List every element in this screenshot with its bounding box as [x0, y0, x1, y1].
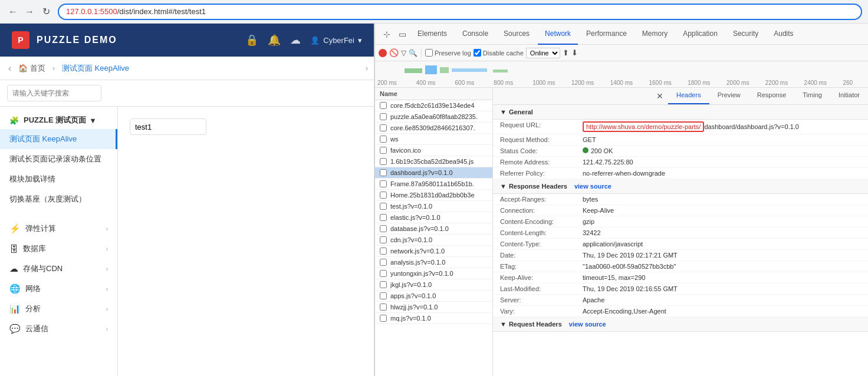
headers-tab-response[interactable]: Response: [749, 88, 795, 104]
record-button[interactable]: [379, 49, 387, 57]
file-checkbox-8[interactable]: [380, 192, 387, 199]
tab-memory[interactable]: Memory: [635, 24, 675, 45]
file-item-6[interactable]: dashboard.js?v=0.1.0: [375, 167, 492, 179]
sidebar-item-module[interactable]: 模块加载详情: [0, 169, 117, 189]
file-item-18[interactable]: hlwzjj.js?v=0.1.0: [375, 302, 492, 313]
reload-button[interactable]: ↻: [39, 5, 53, 19]
file-name-4: favicon.ico: [390, 147, 488, 154]
file-item-8[interactable]: Home.25b1831d0ad2bb0b3e: [375, 190, 492, 201]
file-checkbox-14[interactable]: [380, 259, 387, 266]
import-button[interactable]: ⬆: [563, 48, 569, 57]
file-item-13[interactable]: network.js?v=0.1.0: [375, 246, 492, 257]
request-headers-section-title[interactable]: ▼ Request Headers view source: [493, 317, 868, 332]
file-checkbox-4[interactable]: [380, 147, 387, 154]
sidebar-item-cloud-comm[interactable]: 💬 云通信 ›: [0, 319, 117, 339]
file-checkbox-10[interactable]: [380, 214, 387, 221]
sidebar-item-database[interactable]: 🗄 数据库 ›: [0, 239, 117, 259]
devtools-device-icon[interactable]: ▭: [395, 27, 409, 41]
keep-alive-key: Keep-Alive:: [500, 274, 583, 281]
nav-next-button[interactable]: ›: [366, 64, 368, 72]
throttle-select[interactable]: Online: [526, 48, 560, 58]
tab-audits[interactable]: Audits: [767, 24, 800, 45]
headers-tab-headers[interactable]: Headers: [668, 88, 709, 104]
file-checkbox-12[interactable]: [380, 236, 387, 243]
content-input[interactable]: [130, 118, 206, 135]
tab-performance[interactable]: Performance: [579, 24, 634, 45]
tab-console[interactable]: Console: [455, 24, 495, 45]
tab-application[interactable]: Application: [676, 24, 725, 45]
sidebar-item-scroll[interactable]: 测试长页面记录滚动条位置: [0, 149, 117, 169]
sidebar-search-input[interactable]: [7, 85, 101, 101]
sidebar-item-cdn[interactable]: ☁ 存储与CDN ›: [0, 259, 117, 279]
devtools-cursor-icon[interactable]: ⊹: [380, 27, 394, 41]
sidebar-item-network[interactable]: 🌐 网络 ›: [0, 279, 117, 299]
file-item-15[interactable]: yuntongxin.js?v=0.1.0: [375, 268, 492, 279]
preserve-log-label[interactable]: Preserve log: [425, 49, 471, 57]
file-checkbox-5[interactable]: [380, 158, 387, 165]
file-checkbox-13[interactable]: [380, 248, 387, 255]
file-item-1[interactable]: puzzle.a5a0ea60f8faab28235.: [375, 111, 492, 123]
close-headers-button[interactable]: ✕: [652, 88, 668, 104]
clear-button[interactable]: 🚫: [389, 48, 399, 57]
file-checkbox-16[interactable]: [380, 281, 387, 288]
headers-tab-initiator[interactable]: Initiator: [830, 88, 868, 104]
file-checkbox-19[interactable]: [380, 315, 387, 322]
back-button[interactable]: ←: [6, 5, 20, 19]
file-checkbox-9[interactable]: [380, 203, 387, 210]
file-item-4[interactable]: favicon.ico: [375, 145, 492, 156]
file-item-7[interactable]: Frame.87a958011a1b65b1b.: [375, 179, 492, 190]
breadcrumb-home[interactable]: 🏠 首页: [18, 63, 45, 74]
headers-tab-timing[interactable]: Timing: [794, 88, 830, 104]
file-checkbox-7[interactable]: [380, 180, 387, 187]
filter-button[interactable]: ▽: [401, 49, 406, 57]
headers-tab-preview[interactable]: Preview: [709, 88, 749, 104]
file-checkbox-1[interactable]: [380, 113, 387, 120]
sidebar-item-analysis[interactable]: 📊 分析 ›: [0, 299, 117, 319]
file-item-3[interactable]: ws: [375, 134, 492, 145]
file-item-11[interactable]: database.js?v=0.1.0: [375, 223, 492, 235]
file-checkbox-18[interactable]: [380, 304, 387, 311]
file-item-9[interactable]: test.js?v=0.1.0: [375, 201, 492, 212]
tab-security[interactable]: Security: [726, 24, 765, 45]
file-item-16[interactable]: jkgl.js?v=0.1.0: [375, 279, 492, 291]
file-item-2[interactable]: core.6e85309d28466216307.: [375, 123, 492, 134]
file-name-0: core.f5dcb2c61d39e134ede4: [390, 102, 488, 109]
tab-sources[interactable]: Sources: [497, 24, 537, 45]
file-checkbox-17[interactable]: [380, 292, 387, 299]
forward-button[interactable]: →: [22, 5, 37, 19]
response-headers-section-title[interactable]: ▼ Response Headers view source: [493, 179, 868, 194]
file-item-17[interactable]: apps.js?v=0.1.0: [375, 291, 492, 302]
file-item-14[interactable]: analysis.js?v=0.1.0: [375, 257, 492, 268]
general-section-title[interactable]: ▼ General: [493, 105, 868, 120]
file-item-12[interactable]: cdn.js?v=0.1.0: [375, 235, 492, 246]
export-button[interactable]: ⬇: [571, 48, 578, 57]
sidebar-item-elastic[interactable]: ⚡ 弹性计算 ›: [0, 219, 117, 239]
address-bar[interactable]: 127.0.0.1:5500/dist/index.html#/test/tes…: [58, 4, 862, 20]
view-source-link[interactable]: view source: [574, 183, 611, 190]
file-item-5[interactable]: 1.6b19c35cba52d2bea945.js: [375, 156, 492, 167]
tab-network[interactable]: Network: [538, 24, 578, 45]
file-checkbox-11[interactable]: [380, 225, 387, 232]
file-item-19[interactable]: mq.js?v=0.1.0: [375, 313, 492, 324]
disable-cache-label[interactable]: Disable cache: [474, 49, 524, 57]
file-checkbox-3[interactable]: [380, 136, 387, 143]
file-checkbox-15[interactable]: [380, 270, 387, 277]
main-layout: P PUZZLE DEMO 🔒 🔔 ☁ 👤 CyberFei ▾ ‹ 🏠 首页 …: [0, 24, 868, 376]
file-checkbox-6[interactable]: [380, 169, 387, 176]
file-item-0[interactable]: core.f5dcb2c61d39e134ede4: [375, 100, 492, 111]
preserve-log-checkbox[interactable]: [425, 49, 433, 57]
app-content: 🧩 PUZZLE 测试页面 ▾ 测试页面 KeepAlive 测试长页面记录滚动…: [0, 107, 374, 376]
sidebar-group-expand-icon[interactable]: ▾: [91, 116, 95, 125]
file-item-10[interactable]: elastic.js?v=0.1.0: [375, 212, 492, 223]
search-button[interactable]: 🔍: [409, 49, 417, 57]
database-icon: 🗄: [9, 244, 18, 254]
disable-cache-checkbox[interactable]: [474, 49, 481, 57]
nav-prev-button[interactable]: ‹: [6, 61, 14, 76]
file-checkbox-0[interactable]: [380, 102, 387, 109]
sidebar-group-title: 🧩 PUZZLE 测试页面 ▾: [0, 111, 117, 129]
tab-elements[interactable]: Elements: [410, 24, 454, 45]
sidebar-item-base[interactable]: 切换基座（灰度测试）: [0, 189, 117, 209]
file-checkbox-2[interactable]: [380, 124, 387, 131]
sidebar-item-keepalive[interactable]: 测试页面 KeepAlive: [0, 129, 117, 149]
request-view-source-link[interactable]: view source: [569, 321, 606, 328]
